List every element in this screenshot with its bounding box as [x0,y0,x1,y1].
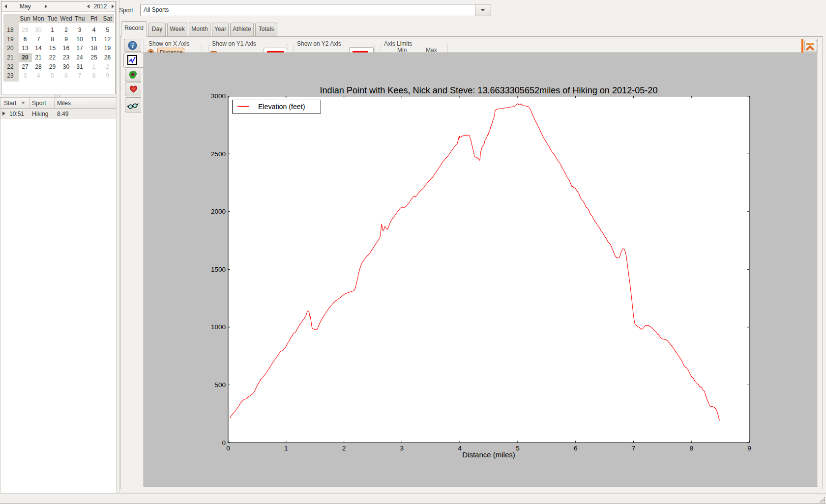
svg-text:1: 1 [284,445,288,452]
svg-text:Elevation (feet): Elevation (feet) [258,103,305,111]
svg-text:0: 0 [226,445,230,452]
svg-text:Indian Point with Kees, Nick a: Indian Point with Kees, Nick and Steve: … [320,85,658,95]
svg-text:0: 0 [222,439,226,447]
svg-text:8: 8 [689,445,693,452]
svg-text:7: 7 [632,445,636,452]
svg-text:500: 500 [214,381,226,389]
svg-text:Distance (miles): Distance (miles) [462,450,515,459]
svg-text:5: 5 [516,445,520,452]
svg-text:i: i [132,42,134,49]
svg-text:3000: 3000 [211,92,226,100]
svg-text:1500: 1500 [211,266,226,273]
svg-text:2000: 2000 [211,208,226,215]
svg-text:2: 2 [342,445,346,452]
svg-text:2500: 2500 [211,150,226,158]
svg-text:6: 6 [574,445,578,452]
svg-text:3: 3 [400,445,404,452]
svg-text:1000: 1000 [211,323,226,331]
svg-text:9: 9 [747,445,751,452]
svg-text:4: 4 [458,445,462,452]
